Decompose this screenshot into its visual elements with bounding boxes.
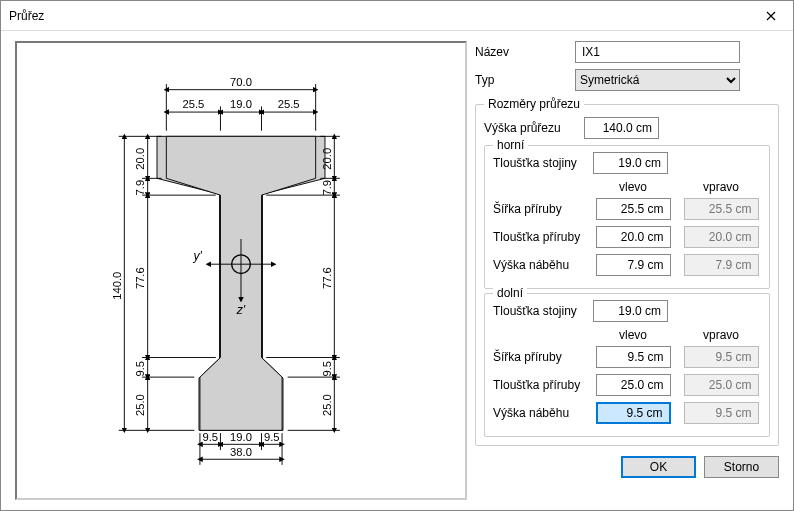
group-dimensions-legend: Rozměry průřezu xyxy=(484,97,584,111)
dim-l-95: 9.5 xyxy=(134,361,146,377)
bot-web-thk-input[interactable] xyxy=(593,300,668,322)
dim-l-776: 77.6 xyxy=(134,267,146,289)
group-bottom: dolní Tloušťka stojiny vlevo vpravo Šířk… xyxy=(484,293,770,437)
bot-flange-w-right-ro: 9.5 cm xyxy=(684,346,759,368)
dim-l-25: 25.0 xyxy=(134,394,146,416)
dim-l-79: 7.9 xyxy=(134,180,146,196)
group-dimensions: Rozměry průřezu Výška průřezu horní Tlou… xyxy=(475,97,779,446)
top-web-thk-input[interactable] xyxy=(593,152,668,174)
dim-bot-total: 38.0 xyxy=(230,446,252,458)
top-flange-t-left-input[interactable] xyxy=(596,226,671,248)
section-height-label: Výška průřezu xyxy=(484,121,584,135)
titlebar: Průřez xyxy=(1,1,793,31)
group-bottom-legend: dolní xyxy=(493,286,527,300)
dim-bot-left: 9.5 xyxy=(202,431,218,443)
bot-haunch-h-left-input[interactable] xyxy=(596,402,671,424)
dim-left-total: 140.0 xyxy=(111,272,123,300)
top-flange-w-left-input[interactable] xyxy=(596,198,671,220)
window-title: Průřez xyxy=(9,9,44,23)
dim-r-95: 9.5 xyxy=(321,361,333,377)
content-area: y' z' 70.0 25.5 19.0 25.5 140.0 xyxy=(1,31,793,510)
top-flange-t-label: Tloušťka příruby xyxy=(493,230,593,244)
close-icon xyxy=(766,11,776,21)
bot-flange-t-label: Tloušťka příruby xyxy=(493,378,593,392)
bot-flange-t-right-ro: 25.0 cm xyxy=(684,374,759,396)
dim-top-right: 25.5 xyxy=(278,98,300,110)
name-label: Název xyxy=(475,45,575,59)
bot-col-right-header: vpravo xyxy=(681,328,761,342)
type-label: Typ xyxy=(475,73,575,87)
bot-haunch-h-right-ro: 9.5 cm xyxy=(684,402,759,424)
top-flange-w-right-ro: 25.5 cm xyxy=(684,198,759,220)
top-haunch-h-left-input[interactable] xyxy=(596,254,671,276)
bot-flange-w-left-input[interactable] xyxy=(596,346,671,368)
close-button[interactable] xyxy=(748,1,793,31)
top-web-thk-label: Tloušťka stojiny xyxy=(493,156,593,170)
top-flange-t-right-ro: 20.0 cm xyxy=(684,226,759,248)
bot-flange-w-label: Šířka příruby xyxy=(493,350,593,364)
bot-flange-t-left-input[interactable] xyxy=(596,374,671,396)
top-haunch-h-label: Výška náběhu xyxy=(493,258,593,272)
dim-r-79: 7.9 xyxy=(321,180,333,196)
dim-r-25: 25.0 xyxy=(321,394,333,416)
name-input[interactable] xyxy=(575,41,740,63)
dim-bot-mid: 19.0 xyxy=(230,431,252,443)
dim-top-mid: 19.0 xyxy=(230,98,252,110)
button-row: OK Storno xyxy=(475,456,779,478)
top-col-left-header: vlevo xyxy=(593,180,673,194)
z-axis-label: z' xyxy=(236,303,246,317)
group-top-legend: horní xyxy=(493,138,528,152)
top-haunch-h-right-ro: 7.9 cm xyxy=(684,254,759,276)
dim-top-left: 25.5 xyxy=(183,98,205,110)
y-axis-label: y' xyxy=(192,249,202,263)
cancel-button[interactable]: Storno xyxy=(704,456,779,478)
bot-web-thk-label: Tloušťka stojiny xyxy=(493,304,593,318)
diagram-pane: y' z' 70.0 25.5 19.0 25.5 140.0 xyxy=(15,41,467,500)
dim-r-20: 20.0 xyxy=(321,148,333,170)
bot-col-left-header: vlevo xyxy=(593,328,673,342)
dim-bot-right: 9.5 xyxy=(264,431,280,443)
ok-button[interactable]: OK xyxy=(621,456,696,478)
dim-top-total: 70.0 xyxy=(230,76,252,88)
section-height-input[interactable] xyxy=(584,117,659,139)
group-top: horní Tloušťka stojiny vlevo vpravo Šířk… xyxy=(484,145,770,289)
type-select[interactable]: Symetrická xyxy=(575,69,740,91)
bot-haunch-h-label: Výška náběhu xyxy=(493,406,593,420)
dim-r-776: 77.6 xyxy=(321,267,333,289)
cross-section-diagram: y' z' 70.0 25.5 19.0 25.5 140.0 xyxy=(17,43,465,468)
dialog-window: Průřez xyxy=(0,0,794,511)
dim-l-20: 20.0 xyxy=(134,148,146,170)
top-col-right-header: vpravo xyxy=(681,180,761,194)
top-flange-w-label: Šířka příruby xyxy=(493,202,593,216)
form-pane: Název Typ Symetrická Rozměry průřezu Výš… xyxy=(467,41,779,500)
